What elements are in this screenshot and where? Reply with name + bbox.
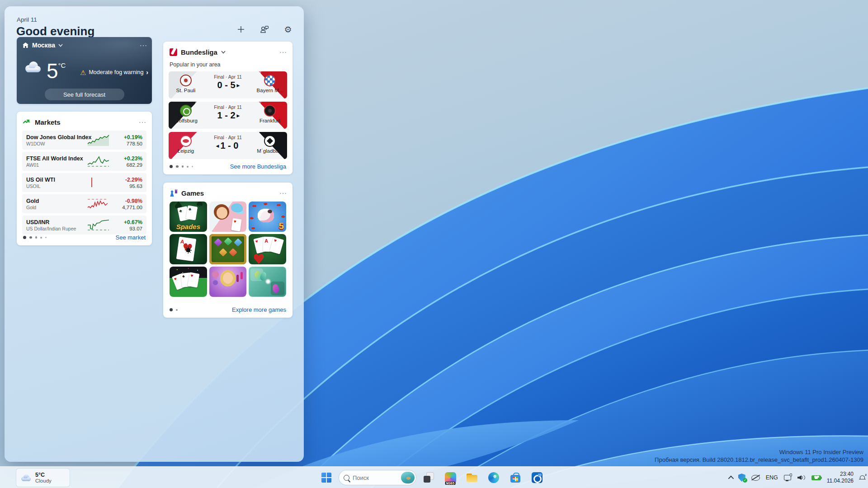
games-title: Games	[181, 189, 204, 197]
game-tile-spades[interactable]: ♠♠ Spades	[170, 202, 207, 232]
widgets-panel: April 11 Good evening ⚙ Москва ···	[5, 6, 304, 462]
market-name: USD/INR	[26, 219, 86, 225]
taskbar-weather-condition: Cloudy	[35, 478, 52, 484]
match-row-stpauli-bayern[interactable]: St. Pauli Final · Apr 11 0 - 5 ▶ Bayern …	[169, 71, 287, 99]
edge-button[interactable]	[485, 469, 503, 487]
game-tile-solitaire-arena[interactable]	[170, 267, 207, 297]
chevron-down-icon[interactable]	[58, 44, 63, 47]
match-status: Final · Apr 11	[203, 135, 253, 140]
eye-slash-icon	[751, 475, 760, 481]
dot-active	[23, 236, 26, 239]
sparkline-up	[87, 219, 110, 231]
feedback-button[interactable]	[259, 24, 269, 34]
windows-security-tray-icon[interactable]: ✓	[738, 474, 745, 482]
market-row[interactable]: USD/INR US Dollar/Indian Rupee +0.67% 93…	[22, 216, 146, 235]
market-change: +0.67%	[124, 219, 142, 225]
sparkline-down	[87, 197, 110, 210]
edge-icon	[488, 472, 499, 483]
weather-location: Москва	[32, 42, 55, 49]
weather-alert-text: Moderate fog warning	[89, 69, 143, 75]
market-name: US Oil WTI	[26, 177, 86, 183]
bundesliga-matches: St. Pauli Final · Apr 11 0 - 5 ▶ Bayern …	[169, 71, 287, 159]
start-button[interactable]	[317, 469, 335, 487]
task-view-icon	[424, 473, 434, 483]
weather-menu-button[interactable]: ···	[140, 42, 147, 49]
away-team-name: M´gladba...	[257, 148, 283, 154]
search-daily-image[interactable]	[401, 472, 415, 483]
game-tile-jewel-blast[interactable]	[209, 234, 247, 264]
market-row[interactable]: Gold Gold -0.98% 4,771.00	[22, 194, 146, 213]
network-tray-icon[interactable]	[784, 474, 792, 481]
bundesliga-pagination-dots[interactable]	[170, 165, 193, 168]
market-ticker: US Dollar/Indian Rupee	[26, 226, 86, 231]
market-row[interactable]: FTSE All World Index AW01 +0.23% 682.29	[22, 152, 146, 171]
home-team-name: St. Pauli	[176, 88, 196, 93]
bundesliga-title: Bundesliga	[181, 48, 217, 56]
widgets-taskbar-button[interactable]: 5°C Cloudy	[16, 469, 70, 487]
watermark-line2: Пробная версия. Build 28020.1812.br_rele…	[655, 456, 863, 464]
game-tile-makeover-salon[interactable]	[209, 267, 247, 297]
m365-copilot-button[interactable]: M365	[441, 469, 459, 487]
do-not-disturb-bell-icon: z	[859, 475, 865, 481]
home-icon	[22, 42, 29, 48]
winner-marker-right: ▶	[237, 113, 240, 118]
bundesliga-menu-button[interactable]: ···	[279, 48, 287, 56]
match-row-wolfsburg-frankfurt[interactable]: Wolfsburg Final · Apr 11 1 - 2 ▶ Frankfu…	[169, 102, 287, 129]
games-pagination-dots[interactable]	[170, 308, 178, 311]
hidden-icons-button[interactable]	[728, 476, 732, 480]
match-status: Final · Apr 11	[203, 74, 253, 80]
gladbach-logo	[264, 135, 276, 147]
chevron-down-icon[interactable]	[221, 51, 226, 54]
home-team-name: Wolfsburg	[174, 118, 198, 123]
taskbar-search-box[interactable]	[339, 470, 416, 485]
weather-temperature: 5	[47, 61, 58, 81]
see-market-link[interactable]: See market	[116, 234, 146, 241]
market-row[interactable]: Dow Jones Global Index W1DOW +0.19% 778.…	[22, 131, 146, 150]
game-tile-butterfly-mahjong[interactable]	[249, 267, 286, 297]
clock[interactable]: 23:40 11.04.2026	[827, 471, 854, 484]
task-view-button[interactable]	[420, 469, 438, 487]
outlook-button[interactable]	[528, 469, 546, 487]
file-explorer-button[interactable]	[463, 469, 481, 487]
markets-menu-button[interactable]: ···	[139, 118, 146, 126]
privacy-eye-tray-icon[interactable]	[751, 475, 760, 481]
market-ticker: USOIL	[26, 183, 86, 189]
market-name: Gold	[26, 198, 86, 204]
weather-alert[interactable]: ⚠ Moderate fog warning ›	[80, 69, 148, 76]
markets-card: Markets ··· Dow Jones Global Index W1DOW…	[17, 112, 152, 245]
taskbar-center: M365	[317, 469, 546, 487]
game-tile-spider-solitaire[interactable]: A ♥	[170, 234, 207, 264]
search-input[interactable]	[353, 474, 401, 481]
market-change: +0.19%	[124, 134, 142, 141]
games-icon	[170, 189, 178, 197]
see-full-forecast-button[interactable]: See full forecast	[45, 89, 124, 100]
game-tile-hearts-solitaire[interactable]: A ♥	[249, 234, 286, 264]
explore-more-games-link[interactable]: Explore more games	[232, 306, 286, 313]
widgets-settings-button[interactable]: ⚙	[283, 24, 293, 34]
market-ticker: Gold	[26, 205, 86, 210]
weather-card[interactable]: Москва ··· 5 °C ⚠ Moderate fog warning ›…	[17, 37, 152, 104]
store-icon	[510, 473, 520, 483]
away-team-name: Bayern M...	[257, 88, 283, 93]
battery-tray-icon[interactable]	[811, 475, 821, 480]
markets-pagination-dots[interactable]	[23, 236, 47, 239]
market-row[interactable]: US Oil WTI USOIL -2.29% 95.63	[22, 173, 146, 192]
games-menu-button[interactable]: ···	[279, 189, 287, 197]
see-more-bundesliga-link[interactable]: See more Bundesliga	[230, 163, 286, 170]
language-indicator[interactable]: ENG	[766, 474, 778, 481]
add-widget-button[interactable]	[236, 24, 246, 34]
match-row-leipzig-gladbach[interactable]: Leipzig Final · Apr 11 ◀ 1 - 0 M´gladba.…	[169, 132, 287, 159]
sparkline-up	[87, 155, 110, 168]
games-grid: ♠♠ Spades 5 A ♥ A ♥	[170, 202, 286, 297]
market-value: 4,771.00	[122, 205, 142, 210]
chevron-up-icon	[728, 475, 734, 481]
game-tile-solitaire-story[interactable]	[209, 202, 247, 232]
volume-tray-icon[interactable]	[797, 474, 806, 481]
m365-badge: M365	[445, 482, 456, 485]
notification-center-button[interactable]: z	[859, 475, 865, 481]
game-label: Spades	[170, 223, 207, 230]
market-change: -2.29%	[125, 177, 142, 183]
game-tile-crazy-cow-5[interactable]: 5	[249, 202, 286, 232]
home-team-name: Leipzig	[178, 148, 194, 154]
microsoft-store-button[interactable]	[506, 469, 524, 487]
